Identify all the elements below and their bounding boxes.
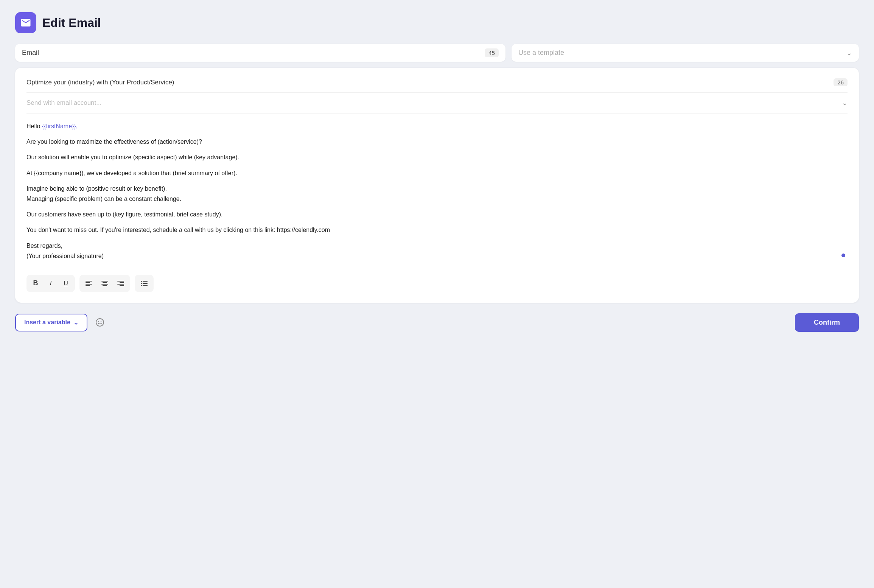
- svg-rect-8: [117, 281, 124, 282]
- svg-rect-7: [103, 285, 107, 286]
- subject-text: Optimize your (industry) with (Your Prod…: [26, 79, 174, 86]
- cursor-indicator: [841, 254, 845, 257]
- body-line-4: At {{company name}}, we've developed a s…: [26, 168, 848, 178]
- top-bar: Email 45 Use a template ⌄: [15, 44, 859, 62]
- svg-rect-3: [86, 285, 90, 286]
- svg-rect-6: [101, 284, 108, 285]
- page-header: Edit Email: [15, 12, 859, 33]
- envelope-icon: [20, 17, 31, 28]
- svg-point-19: [98, 321, 99, 322]
- italic-button[interactable]: I: [43, 276, 58, 291]
- email-body[interactable]: Hello {{firstName}}, Are you looking to …: [26, 121, 848, 261]
- subject-count: 26: [834, 78, 848, 86]
- list-button[interactable]: [136, 276, 152, 291]
- bold-button[interactable]: B: [28, 276, 43, 291]
- chevron-down-icon: ⌄: [846, 49, 852, 57]
- body-line-8: Best regards,(Your professional signatur…: [26, 241, 848, 261]
- body-line-1: Hello {{firstName}},: [26, 121, 848, 131]
- confirm-button[interactable]: Confirm: [795, 313, 859, 332]
- svg-rect-15: [143, 283, 148, 284]
- send-account-row[interactable]: Send with email account... ⌄: [26, 99, 848, 114]
- svg-rect-10: [117, 284, 124, 285]
- template-select[interactable]: Use a template ⌄: [512, 44, 859, 62]
- editor-toolbar: B I U: [26, 269, 848, 292]
- svg-point-12: [141, 281, 142, 282]
- svg-point-20: [101, 321, 101, 322]
- svg-rect-4: [101, 281, 108, 282]
- svg-point-16: [141, 285, 142, 286]
- align-group: [79, 275, 130, 292]
- insert-variable-label: Insert a variable: [24, 319, 70, 326]
- insert-variable-chevron-icon: ⌄: [73, 319, 78, 326]
- body-line-2: Are you looking to maximize the effectiv…: [26, 137, 848, 147]
- text-format-group: B I U: [26, 275, 75, 292]
- firstname-variable: {{firstName}},: [42, 123, 78, 129]
- body-line-3: Our solution will enable you to optimize…: [26, 152, 848, 162]
- svg-rect-5: [103, 282, 107, 283]
- align-left-button[interactable]: [81, 276, 97, 291]
- send-account-placeholder: Send with email account...: [26, 99, 101, 107]
- svg-rect-1: [86, 282, 90, 283]
- svg-rect-2: [86, 284, 92, 285]
- send-account-chevron-icon: ⌄: [842, 99, 848, 107]
- body-line-7: You don't want to miss out. If you're in…: [26, 225, 848, 235]
- svg-rect-0: [86, 281, 92, 282]
- list-group: [135, 275, 154, 292]
- email-icon-box: [15, 12, 36, 33]
- svg-rect-11: [120, 285, 124, 286]
- align-center-button[interactable]: [97, 276, 113, 291]
- svg-rect-9: [120, 282, 124, 283]
- insert-variable-button[interactable]: Insert a variable ⌄: [15, 314, 87, 331]
- body-line-6: Our customers have seen up to (key figur…: [26, 209, 848, 219]
- svg-rect-13: [143, 281, 148, 282]
- svg-point-18: [96, 319, 104, 326]
- emoji-icon: [95, 318, 104, 327]
- bottom-bar: Insert a variable ⌄ Confirm: [15, 313, 859, 332]
- underline-button[interactable]: U: [58, 276, 73, 291]
- body-line-5: Imagine being able to (positive result o…: [26, 184, 848, 204]
- svg-rect-17: [143, 285, 148, 286]
- subject-row: Optimize your (industry) with (Your Prod…: [26, 78, 848, 93]
- emoji-button[interactable]: [92, 314, 108, 330]
- email-count-badge: 45: [485, 48, 499, 57]
- main-editor: Optimize your (industry) with (Your Prod…: [15, 68, 859, 303]
- email-label: Email: [22, 49, 39, 57]
- email-input-container[interactable]: Email 45: [15, 44, 505, 62]
- svg-point-14: [141, 283, 142, 284]
- page-title: Edit Email: [42, 16, 101, 30]
- align-right-button[interactable]: [113, 276, 129, 291]
- template-placeholder: Use a template: [518, 49, 564, 57]
- bottom-left-actions: Insert a variable ⌄: [15, 314, 108, 331]
